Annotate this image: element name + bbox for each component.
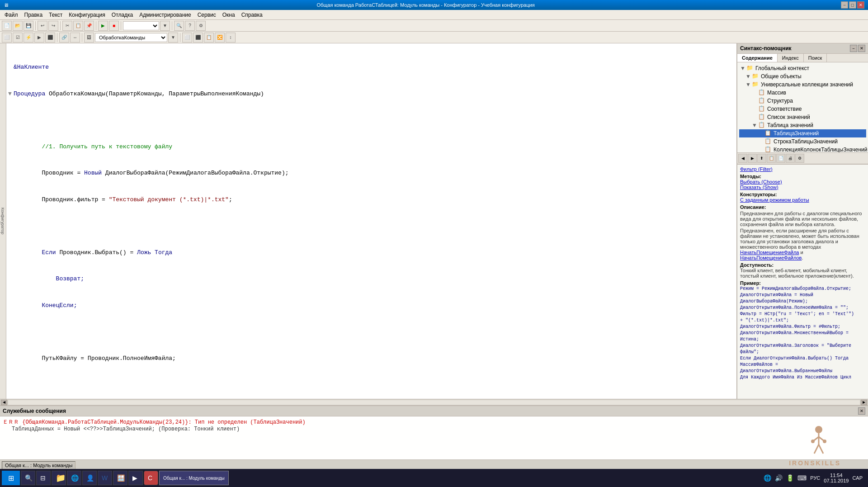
- taskbar-taskview[interactable]: ⊟: [36, 471, 51, 485]
- tb2-btn8[interactable]: ⬜: [182, 33, 192, 43]
- menu-item-[interactable]: Окна: [220, 11, 238, 19]
- tree-value-table[interactable]: ▼ 📋 Таблица значений: [739, 121, 866, 129]
- tb2-btn7[interactable]: ↔: [70, 33, 80, 43]
- tab-search[interactable]: Поиск: [804, 54, 827, 62]
- stop-button[interactable]: ■: [109, 21, 119, 31]
- code-line-7: [8, 222, 735, 231]
- syn-btn-5[interactable]: 📄: [776, 154, 785, 163]
- tree-global-context[interactable]: ▼ 📁 Глобальный контекст: [739, 64, 866, 72]
- taskbar-search[interactable]: 🔍: [21, 471, 35, 485]
- menu-item-[interactable]: Администрирование: [137, 11, 193, 19]
- tb2-btn12[interactable]: ↕: [226, 33, 236, 43]
- taskbar-media[interactable]: ▶: [128, 471, 143, 485]
- taskbar-windows[interactable]: 🪟: [113, 471, 127, 485]
- tree-array[interactable]: 📋 Массив: [739, 89, 866, 97]
- taskbar-edge[interactable]: 🌐: [67, 471, 81, 485]
- tray-battery[interactable]: 🔋: [786, 474, 794, 482]
- proc-expand[interactable]: ▼: [168, 33, 178, 43]
- method2-link[interactable]: Показать (Show): [740, 184, 778, 190]
- filter-link[interactable]: Фильтр (Filter): [740, 166, 773, 172]
- item-icon-rowvalues: 📋: [764, 138, 772, 145]
- tree-row-table-values[interactable]: 📋 СтрокаТаблицыЗначений: [739, 137, 866, 146]
- tree-universal-collections[interactable]: ▼ 📁 Универсальные коллекции значений: [739, 80, 866, 89]
- copy-button[interactable]: 📋: [73, 21, 83, 31]
- menu-item-[interactable]: Конфигурация: [66, 11, 108, 19]
- menu-item-[interactable]: Справка: [239, 11, 265, 19]
- tb2-btn6[interactable]: 🔗: [59, 33, 69, 43]
- syn-btn-1[interactable]: ◀: [738, 154, 747, 163]
- tb2-btn9[interactable]: ⬛: [193, 33, 203, 43]
- taskbar-active-item[interactable]: Общая к... : Модуль команды: [159, 471, 229, 485]
- tree-structure[interactable]: 📋 Структура: [739, 97, 866, 105]
- syn-btn-4[interactable]: 📋: [767, 154, 776, 163]
- constructor1-link[interactable]: С заданным режимом работы: [740, 197, 809, 203]
- editor-hscroll[interactable]: ◀ ▶: [0, 399, 868, 405]
- logo-area: IRONSKILLS: [789, 424, 841, 467]
- redo-button[interactable]: ↪: [48, 21, 58, 31]
- menu-item-[interactable]: Правка: [22, 11, 46, 19]
- undo-button[interactable]: ↩: [38, 21, 47, 31]
- tray-clock[interactable]: 11:54 07.11.2019: [824, 473, 849, 483]
- code-editor[interactable]: &НаКлиенте ▼ Процедура ОбработкаКоманды(…: [6, 43, 737, 399]
- tab-index[interactable]: Индекс: [778, 54, 804, 62]
- config-expand[interactable]: ▼: [160, 21, 170, 31]
- method1-link[interactable]: Выбрать (Choose): [740, 179, 782, 184]
- tb2-btn2[interactable]: ☑: [13, 33, 23, 43]
- tray-volume[interactable]: 🔊: [775, 474, 783, 482]
- service-close-button[interactable]: ✕: [858, 407, 865, 415]
- expand-2[interactable]: ▼: [8, 90, 14, 99]
- save-button[interactable]: 💾: [24, 21, 33, 31]
- tb2-btn3[interactable]: ⚡: [24, 33, 33, 43]
- link2[interactable]: НачатьПомещениеФайлов: [740, 255, 802, 260]
- tb2-btn10[interactable]: 📋: [204, 33, 214, 43]
- tb2-btn11[interactable]: 🔀: [215, 33, 225, 43]
- search-button[interactable]: 🔍: [174, 21, 184, 31]
- menu-item-[interactable]: Сервис: [195, 11, 219, 19]
- settings-button[interactable]: ⚙: [196, 21, 206, 31]
- open-button[interactable]: 📂: [13, 21, 23, 31]
- tree-value-list[interactable]: 📋 Список значений: [739, 113, 866, 121]
- procedure-select[interactable]: ОбработкаКоманды: [95, 33, 167, 42]
- tb2-btn4[interactable]: ▶: [34, 33, 44, 43]
- service-error-text: {ОбщаяКоманда.РаботаСТаблицей.МодульКома…: [22, 419, 306, 426]
- tree-correspondence[interactable]: 📋 Соответствие: [739, 105, 866, 113]
- tray-keyboard[interactable]: ⌨: [797, 474, 807, 482]
- syn-btn-3[interactable]: ⬆: [757, 154, 766, 163]
- new-button[interactable]: 📄: [2, 21, 12, 31]
- syntax-minimize[interactable]: –: [850, 45, 857, 52]
- tb2-btn5[interactable]: ⬛: [45, 33, 55, 43]
- scroll-right[interactable]: ▶: [861, 400, 867, 405]
- tree-table-values[interactable]: 📋 ТаблицаЗначений: [739, 129, 866, 137]
- menu-item-[interactable]: Отладка: [109, 11, 136, 19]
- svg-point-0: [815, 426, 822, 433]
- scroll-track[interactable]: [8, 400, 860, 405]
- close-button[interactable]: ✕: [857, 1, 864, 9]
- tree-common-objects[interactable]: ▼ 📁 Общие объекты: [739, 72, 866, 80]
- link1[interactable]: НачатьПомещениеФайла: [740, 250, 799, 255]
- minimize-button[interactable]: –: [841, 1, 848, 9]
- paste-button[interactable]: 📌: [84, 21, 94, 31]
- taskbar-person[interactable]: 👤: [82, 471, 97, 485]
- taskbar-explorer[interactable]: 📁: [52, 471, 66, 485]
- cut-button[interactable]: ✂: [62, 21, 72, 31]
- syn-btn-6[interactable]: 🖨: [786, 154, 795, 163]
- tree-collection-columns[interactable]: 📋 КоллекцияКолонокТаблицыЗначений: [739, 146, 866, 153]
- scroll-left[interactable]: ◀: [1, 400, 7, 405]
- syn-btn-2[interactable]: ▶: [748, 154, 757, 163]
- code-line-2: ▼ Процедура ОбработкаКоманды(ПараметрКом…: [8, 90, 735, 99]
- start-button[interactable]: ⊞: [2, 471, 20, 485]
- menu-item-[interactable]: Файл: [2, 11, 21, 19]
- syn-btn-7[interactable]: ⚙: [795, 154, 804, 163]
- taskbar-word[interactable]: W: [98, 471, 112, 485]
- help-button[interactable]: ?: [185, 21, 195, 31]
- syntax-close[interactable]: ✕: [858, 45, 865, 52]
- tray-network[interactable]: 🌐: [764, 474, 771, 482]
- taskbar-app1[interactable]: C: [144, 471, 158, 485]
- run-button[interactable]: ▶: [98, 21, 108, 31]
- config-select[interactable]: [123, 21, 159, 30]
- menu-item-[interactable]: Текст: [46, 11, 65, 19]
- restore-button[interactable]: ◻: [849, 1, 856, 9]
- tab-content[interactable]: Содержание: [737, 54, 778, 62]
- tb2-img[interactable]: 🖼: [84, 33, 94, 43]
- tb2-btn1[interactable]: ⬜: [2, 33, 12, 43]
